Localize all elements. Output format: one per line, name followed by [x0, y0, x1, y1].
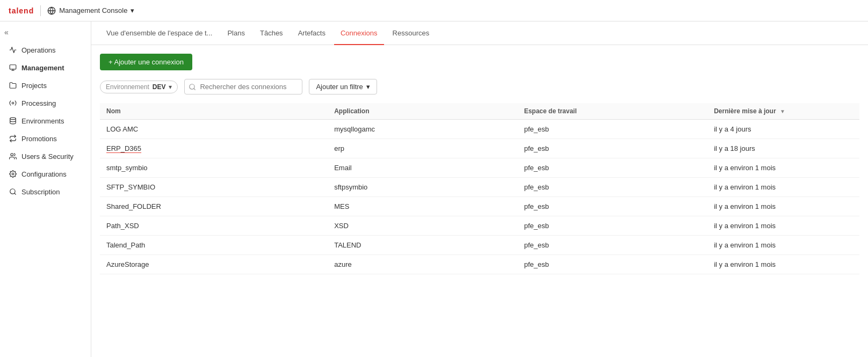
sidebar-item-configurations[interactable]: Configurations [2, 165, 89, 183]
cell-maj: il y a environ 1 mois [707, 178, 859, 197]
cell-application: erp [328, 139, 518, 158]
search-wrapper [184, 79, 302, 94]
sidebar-item-users-security[interactable]: Users & Security [2, 148, 89, 165]
cell-application: MES [328, 197, 518, 216]
filter-row: Environnement DEV ▾ Ajouter un filtre ▾ [100, 79, 859, 94]
cell-application: mysqllogamc [328, 120, 518, 139]
svg-line-10 [15, 193, 16, 195]
col-header-espace: Espace de travail [518, 103, 708, 120]
col-header-maj[interactable]: Dernière mise à jour ▼ [707, 103, 859, 120]
cell-espace: pfe_esb [518, 139, 708, 158]
cell-maj: il y a environ 1 mois [707, 197, 859, 216]
cell-nom: LOG AMC [100, 120, 328, 139]
table-row[interactable]: LOG AMC mysqllogamc pfe_esb il y a 4 jou… [100, 120, 859, 139]
cell-maj: il y a environ 1 mois [707, 255, 859, 274]
sidebar-item-promotions[interactable]: Promotions [2, 130, 89, 147]
table-row[interactable]: Shared_FOLDER MES pfe_esb il y a environ… [100, 197, 859, 216]
processing-icon [9, 99, 17, 107]
table-row[interactable]: ERP_D365 erp pfe_esb il y a 18 jours [100, 139, 859, 158]
filter-chevron: ▾ [366, 83, 370, 91]
content-area: Vue d'ensemble de l'espace de t... Plans… [91, 21, 868, 357]
sidebar-label-management: Management [21, 64, 64, 72]
sidebar-collapse-area: « [0, 26, 91, 41]
environments-icon [9, 116, 17, 125]
table-row[interactable]: Talend_Path TALEND pfe_esb il y a enviro… [100, 236, 859, 255]
tab-artefacts[interactable]: Artefacts [292, 22, 332, 45]
svg-point-5 [12, 102, 14, 104]
svg-rect-2 [10, 65, 16, 69]
cell-application: XSD [328, 216, 518, 236]
sidebar-label-processing: Processing [21, 99, 56, 107]
promotions-icon [9, 134, 17, 143]
svg-point-8 [12, 173, 14, 175]
subscription-icon [9, 187, 17, 196]
sidebar-label-subscription: Subscription [21, 188, 60, 196]
search-input[interactable] [184, 79, 302, 94]
cell-maj: il y a 4 jours [707, 120, 859, 139]
sort-icon: ▼ [780, 108, 785, 114]
environment-value: DEV [153, 83, 166, 91]
table-row[interactable]: Path_XSD XSD pfe_esb il y a environ 1 mo… [100, 216, 859, 236]
cell-nom: Path_XSD [100, 216, 328, 236]
tab-ressources[interactable]: Ressources [386, 22, 436, 45]
sidebar-label-promotions: Promotions [21, 135, 57, 143]
sidebar-item-management[interactable]: Management [2, 59, 89, 76]
cell-application: Email [328, 158, 518, 178]
add-connection-label: + Ajouter une connexion [108, 58, 184, 66]
tab-plans[interactable]: Plans [221, 22, 251, 45]
cell-nom: ERP_D365 [100, 139, 328, 158]
cell-espace: pfe_esb [518, 255, 708, 274]
sidebar-label-configurations: Configurations [21, 170, 67, 178]
sidebar-item-processing[interactable]: Processing [2, 94, 89, 112]
talend-logo: talend [9, 6, 34, 15]
cell-nom: smtp_symbio [100, 158, 328, 178]
sidebar-item-operations[interactable]: Operations [2, 41, 89, 59]
col-header-nom: Nom [100, 103, 328, 120]
cell-espace: pfe_esb [518, 236, 708, 255]
cell-maj: il y a 18 jours [707, 139, 859, 158]
table-row[interactable]: smtp_symbio Email pfe_esb il y a environ… [100, 158, 859, 178]
operations-icon [9, 46, 17, 54]
cell-application: sftpsymbio [328, 178, 518, 197]
sidebar-label-projects: Projects [21, 82, 47, 90]
sidebar-label-environments: Environments [21, 117, 64, 125]
globe-icon [47, 6, 56, 15]
table-row[interactable]: SFTP_SYMBIO sftpsymbio pfe_esb il y a en… [100, 178, 859, 197]
svg-point-6 [10, 118, 16, 120]
table-body: LOG AMC mysqllogamc pfe_esb il y a 4 jou… [100, 120, 859, 274]
tab-taches[interactable]: Tâches [254, 22, 290, 45]
cell-maj: il y a environ 1 mois [707, 216, 859, 236]
topbar-divider [40, 5, 41, 16]
cell-application: TALEND [328, 236, 518, 255]
console-selector[interactable]: Management Console ▾ [47, 6, 134, 15]
cell-espace: pfe_esb [518, 120, 708, 139]
sidebar-item-projects[interactable]: Projects [2, 77, 89, 94]
sidebar-item-environments[interactable]: Environments [2, 112, 89, 129]
management-icon [9, 63, 17, 72]
filter-label: Ajouter un filtre [316, 83, 363, 91]
cell-espace: pfe_esb [518, 197, 708, 216]
add-filter-button[interactable]: Ajouter un filtre ▾ [309, 79, 377, 94]
sidebar-item-subscription[interactable]: Subscription [2, 183, 89, 200]
table-header-row: Nom Application Espace de travail Derniè… [100, 103, 859, 120]
cell-nom: Shared_FOLDER [100, 197, 328, 216]
add-connection-button[interactable]: + Ajouter une connexion [100, 54, 192, 70]
environment-label: Environnement [106, 83, 149, 91]
users-security-icon [9, 152, 17, 161]
svg-point-7 [11, 154, 13, 156]
cell-espace: pfe_esb [518, 158, 708, 178]
sidebar: « Operations Management Projects [0, 21, 91, 357]
cell-espace: pfe_esb [518, 216, 708, 236]
tab-vue-ensemble[interactable]: Vue d'ensemble de l'espace de t... [100, 22, 219, 45]
tabbar: Vue d'ensemble de l'espace de t... Plans… [91, 21, 868, 45]
tab-connexions[interactable]: Connexions [334, 22, 384, 45]
environment-selector[interactable]: Environnement DEV ▾ [100, 81, 178, 93]
table-row[interactable]: AzureStorage azure pfe_esb il y a enviro… [100, 255, 859, 274]
console-chevron: ▾ [131, 6, 134, 14]
environment-chevron: ▾ [169, 83, 172, 91]
topbar: talend Management Console ▾ [0, 0, 868, 21]
projects-icon [9, 81, 17, 90]
content-body: + Ajouter une connexion Environnement DE… [91, 45, 868, 283]
sidebar-collapse-button[interactable]: « [4, 28, 9, 37]
svg-line-12 [194, 88, 196, 90]
